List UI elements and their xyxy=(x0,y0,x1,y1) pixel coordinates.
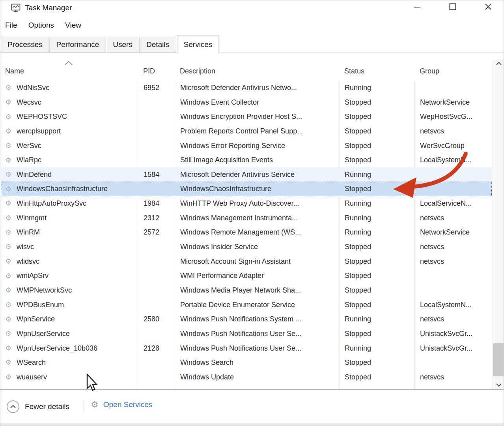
tab-users[interactable]: Users xyxy=(107,37,138,53)
service-group xyxy=(415,182,492,196)
open-services-link[interactable]: ⚙ Open Services xyxy=(91,400,152,409)
table-row[interactable]: ⚙wmiApSrvWMI Performance AdapterStopped xyxy=(1,268,492,283)
task-manager-app-icon xyxy=(11,3,21,13)
open-services-label: Open Services xyxy=(103,400,153,409)
table-row[interactable]: ⚙WPDBusEnumPortable Device Enumerator Se… xyxy=(1,298,492,312)
service-description: Windows Search xyxy=(175,355,340,370)
service-group: netsvcs xyxy=(415,254,492,269)
service-name: ⚙WpnService xyxy=(1,312,136,327)
service-group xyxy=(415,283,492,298)
table-row[interactable]: ⚙wuauservWindows UpdateStoppednetsvcs xyxy=(1,370,492,385)
service-status: Stopped xyxy=(340,153,415,167)
gear-icon: ⚙ xyxy=(5,157,11,164)
service-name: ⚙WinHttpAutoProxySvc xyxy=(1,196,136,211)
menu-item-view[interactable]: View xyxy=(65,21,81,30)
service-status: Stopped xyxy=(340,182,415,196)
service-status: Running xyxy=(340,196,415,211)
service-status: Stopped xyxy=(340,139,415,153)
column-header-name[interactable]: Name xyxy=(0,59,136,81)
table-row[interactable]: ⚙WpnUserService_10b0362128Windows Push N… xyxy=(1,341,492,356)
service-description: Microsoft Account Sign-in Assistant xyxy=(175,254,340,269)
table-row[interactable]: ⚙WinDefend1584Microsoft Defender Antivir… xyxy=(1,167,492,182)
table-row[interactable]: ⚙WerSvcWindows Error Reporting ServiceSt… xyxy=(1,139,492,153)
service-description: Windows Management Instrumenta... xyxy=(175,211,340,225)
column-header-status[interactable]: Status xyxy=(340,59,414,81)
table-row[interactable]: ⚙WinHttpAutoProxySvc1984WinHTTP Web Prox… xyxy=(1,196,492,211)
menu-item-file[interactable]: File xyxy=(5,21,17,30)
maximize-button[interactable] xyxy=(444,0,462,13)
window-title: Task Manager xyxy=(25,4,72,12)
table-row[interactable]: ⚙wercplsupportProblem Reports Control Pa… xyxy=(1,124,492,139)
table-row[interactable]: ⚙WMPNetworkSvcWindows Media Player Netwo… xyxy=(1,283,492,298)
gear-icon: ⚙ xyxy=(5,258,11,265)
column-header-group[interactable]: Group xyxy=(414,59,492,81)
scrollbar-thumb[interactable] xyxy=(493,343,504,376)
scrollbar-up-icon[interactable] xyxy=(493,59,504,68)
service-group xyxy=(415,355,492,370)
service-description: Windows Event Collector xyxy=(175,95,340,110)
table-row[interactable]: ⚙WSearchWindows SearchStopped xyxy=(1,355,492,370)
table-row[interactable]: ⚙wisvcWindows Insider ServiceStoppednets… xyxy=(1,240,492,254)
service-pid: 6952 xyxy=(136,81,175,95)
service-status: Stopped xyxy=(340,283,415,298)
gear-icon: ⚙ xyxy=(5,345,11,352)
vertical-scrollbar[interactable] xyxy=(493,59,504,389)
service-description: Windows Media Player Network Sha... xyxy=(175,283,340,298)
table-row[interactable]: ⚙WEPHOSTSVCWindows Encryption Provider H… xyxy=(1,109,492,124)
service-name: ⚙WpnUserService_10b036 xyxy=(1,341,136,356)
column-header-pid[interactable]: PID xyxy=(136,59,175,81)
footer-divider xyxy=(84,401,84,413)
menu-bar: FileOptionsView xyxy=(0,18,504,34)
service-name: ⚙WinRM xyxy=(1,225,136,240)
close-button[interactable] xyxy=(479,0,497,13)
tab-performance[interactable]: Performance xyxy=(49,37,106,53)
tab-details[interactable]: Details xyxy=(139,37,176,53)
table-row[interactable]: ⚙WpnService2580Windows Push Notification… xyxy=(1,312,492,327)
fewer-details-button[interactable]: Fewer details xyxy=(7,400,69,413)
table-row[interactable]: ⚙WdNisSvc6952Microsoft Defender Antiviru… xyxy=(1,81,492,95)
service-name: ⚙wercplsupport xyxy=(1,124,136,139)
service-description: Problem Reports Control Panel Supp... xyxy=(175,124,340,139)
service-name: ⚙WiaRpc xyxy=(1,153,136,167)
service-pid xyxy=(136,298,175,312)
service-group: NetworkService xyxy=(415,225,492,240)
service-name: ⚙wmiApSrv xyxy=(1,268,136,283)
table-row[interactable]: ⚙WecsvcWindows Event CollectorStoppedNet… xyxy=(1,95,492,110)
service-group: WepHostSvcG... xyxy=(415,109,492,124)
service-pid: 2580 xyxy=(136,312,175,327)
table-row[interactable]: ⚙wlidsvcMicrosoft Account Sign-in Assist… xyxy=(1,254,492,269)
tab-processes[interactable]: Processes xyxy=(2,37,49,53)
service-name: ⚙WdNisSvc xyxy=(1,81,136,95)
service-pid xyxy=(136,327,175,341)
service-pid xyxy=(136,153,175,167)
service-status: Running xyxy=(340,225,415,240)
table-row[interactable]: ⚙Winmgmt2312Windows Management Instrumen… xyxy=(1,211,492,225)
scrollbar-down-icon[interactable] xyxy=(493,381,504,389)
service-pid xyxy=(136,268,175,283)
gear-icon: ⚙ xyxy=(5,316,11,323)
service-group: netsvcs xyxy=(415,312,492,327)
column-header-description[interactable]: Description xyxy=(175,59,340,81)
table-row[interactable]: ⚙WiaRpcStill Image Acquisition EventsSto… xyxy=(1,153,492,167)
service-group: LocalSystemN... xyxy=(415,298,492,312)
table-row[interactable]: ⚙WinRM2572Windows Remote Management (WS.… xyxy=(1,225,492,240)
service-description: Microsoft Defender Antivirus Netwo... xyxy=(175,81,340,95)
service-group xyxy=(415,81,492,95)
service-pid xyxy=(136,370,175,385)
service-status: Stopped xyxy=(340,95,415,110)
service-status: Stopped xyxy=(340,124,415,139)
service-description: Windows Push Notifications User Se... xyxy=(175,327,340,341)
service-description: Windows Update xyxy=(175,370,340,385)
service-group xyxy=(415,167,492,182)
table-row[interactable]: ⚙WindowsChaosInfrastructureWindowsChaosI… xyxy=(1,182,492,196)
minimize-button[interactable] xyxy=(408,0,426,13)
service-group: WerSvcGroup xyxy=(415,139,492,153)
tab-services[interactable]: Services xyxy=(177,35,219,53)
gear-icon: ⚙ xyxy=(5,171,11,178)
menu-item-options[interactable]: Options xyxy=(28,21,54,30)
service-name: ⚙WpnUserService xyxy=(1,327,136,341)
service-name: ⚙Winmgmt xyxy=(1,211,136,225)
table-row[interactable]: ⚙WpnUserServiceWindows Push Notification… xyxy=(1,327,492,341)
service-pid: 2312 xyxy=(136,211,175,225)
service-description: Windows Error Reporting Service xyxy=(175,139,340,153)
